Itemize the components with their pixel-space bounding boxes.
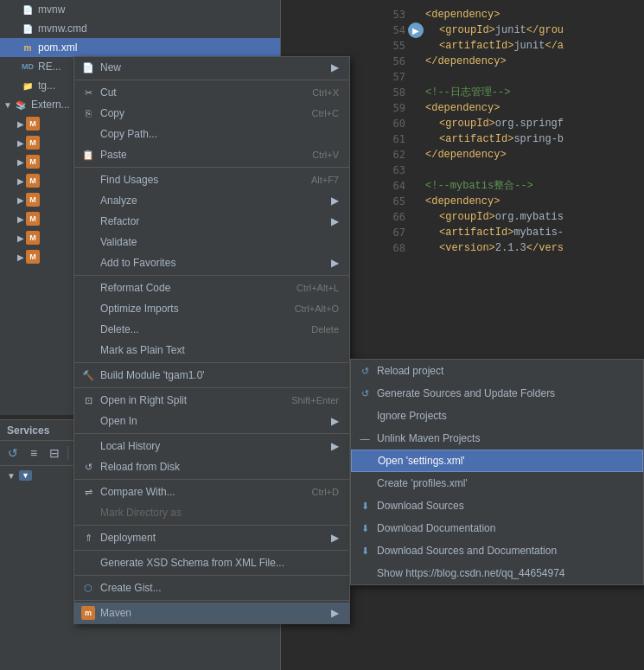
- menu-item-find-usages[interactable]: Find Usages Alt+F7: [74, 169, 349, 190]
- arrow-right-icon: ▶: [331, 195, 339, 207]
- menu-item-new[interactable]: 📄 New ▶: [74, 57, 349, 78]
- xsd-icon: [81, 556, 95, 570]
- menu-separator: [74, 479, 349, 480]
- submenu-download-docs[interactable]: ⬇ Download Documentation: [351, 517, 643, 539]
- file-icon: 📄: [21, 22, 35, 35]
- menu-item-add-favorites[interactable]: Add to Favorites ▶: [74, 252, 349, 273]
- menu-item-compare[interactable]: ⇌ Compare With... Ctrl+D: [74, 482, 349, 502]
- collapse-button[interactable]: ⊟: [45, 443, 64, 463]
- library-icon: 📚: [14, 98, 28, 112]
- delete-icon: [81, 322, 95, 336]
- arrow-right-icon: ▶: [331, 61, 339, 73]
- menu-separator: [74, 575, 349, 576]
- menu-item-copy-path[interactable]: Copy Path...: [74, 124, 349, 144]
- file-tree-item[interactable]: 📄 mvnw.cmd: [0, 19, 280, 38]
- submenu-create-profiles[interactable]: Create 'profiles.xml': [351, 472, 643, 495]
- analyze-icon: [81, 194, 95, 207]
- menu-separator: [74, 80, 349, 80]
- url-icon: [358, 566, 372, 580]
- folder-icon: 📁: [21, 79, 35, 93]
- submenu-show-url[interactable]: Show https://blog.csdn.net/qq_44654974: [351, 562, 643, 584]
- compare-icon: ⇌: [81, 485, 95, 499]
- menu-item-optimize[interactable]: Optimize Imports Ctrl+Alt+O: [74, 298, 349, 319]
- menu-separator: [74, 433, 349, 434]
- menu-item-validate[interactable]: Validate: [74, 232, 349, 252]
- list-button[interactable]: ≡: [24, 443, 43, 463]
- menu-item-mark-plain[interactable]: Mark as Plain Text: [74, 340, 349, 361]
- menu-item-mark-dir[interactable]: Mark Directory as: [74, 502, 349, 523]
- menu-item-create-gist[interactable]: ⬡ Create Gist...: [74, 577, 349, 598]
- file-tree-item-pom[interactable]: m pom.xml: [0, 38, 280, 57]
- submenu-reload-project[interactable]: ↺ Reload project: [351, 360, 643, 382]
- reformat-icon: [81, 281, 95, 295]
- copy-path-icon: [81, 127, 95, 141]
- optimize-icon: [81, 302, 95, 316]
- submenu-open-settings[interactable]: Open 'settings.xml': [351, 450, 643, 472]
- download-icon: ⬇: [358, 499, 372, 513]
- submenu-download-sources[interactable]: ⬇ Download Sources: [351, 495, 643, 517]
- module-icon: M: [26, 136, 40, 150]
- arrow-right-icon: ▶: [331, 440, 339, 452]
- menu-item-paste[interactable]: 📋 Paste Ctrl+V: [74, 144, 349, 165]
- context-menu: 📄 New ▶ ✂ Cut Ctrl+X ⎘ Copy Ctrl+C Copy …: [73, 56, 350, 624]
- menu-item-reformat[interactable]: Reformat Code Ctrl+Alt+L: [74, 278, 349, 298]
- menu-item-open-in[interactable]: Open In ▶: [74, 411, 349, 431]
- menu-separator: [74, 600, 349, 601]
- submenu-unlink[interactable]: — Unlink Maven Projects: [351, 427, 643, 450]
- arrow-right-icon: ▶: [331, 257, 339, 269]
- mark-icon: [81, 343, 95, 357]
- arrow-right-icon: ▶: [331, 607, 339, 619]
- code-content: <dependency> <groupId>junit</grou <artif…: [425, 7, 641, 256]
- arrow-right-icon: ▶: [331, 215, 339, 227]
- menu-item-analyze[interactable]: Analyze ▶: [74, 190, 349, 211]
- menu-item-refactor[interactable]: Refactor ▶: [74, 211, 349, 232]
- reload-icon: ↺: [358, 364, 372, 378]
- menu-item-local-history[interactable]: Local History ▶: [74, 436, 349, 456]
- history-icon: [81, 439, 95, 453]
- file-tree-item[interactable]: 📄 mvnw: [0, 0, 280, 19]
- split-icon: ⊡: [81, 393, 95, 407]
- arrow-right-icon: ▶: [331, 532, 339, 544]
- reload-icon: ↺: [81, 460, 95, 474]
- module-icon: M: [26, 250, 40, 264]
- paste-icon: 📋: [81, 148, 95, 162]
- deploy-icon: ⇑: [81, 531, 95, 545]
- menu-item-gen-xsd[interactable]: Generate XSD Schema from XML File...: [74, 552, 349, 573]
- arrow-right-icon: ▶: [331, 415, 339, 427]
- menu-item-deployment[interactable]: ⇑ Deployment ▶: [74, 527, 349, 548]
- gist-icon: ⬡: [81, 581, 95, 595]
- module-icon: M: [26, 155, 40, 169]
- favorites-icon: [81, 256, 95, 270]
- download-both-icon: ⬇: [358, 544, 372, 558]
- settings-icon: [359, 454, 373, 468]
- menu-item-open-right[interactable]: ⊡ Open in Right Split Shift+Enter: [74, 390, 349, 411]
- menu-separator: [74, 362, 349, 363]
- ignore-icon: [358, 409, 372, 423]
- submenu-ignore-projects[interactable]: Ignore Projects: [351, 405, 643, 427]
- menu-separator: [74, 387, 349, 388]
- line-numbers: 53 54 55 56 57 58 59 60 61 62 63 64 65 6…: [375, 7, 405, 256]
- menu-separator: [74, 550, 349, 551]
- menu-item-cut[interactable]: ✂ Cut Ctrl+X: [74, 82, 349, 103]
- menu-item-copy[interactable]: ⎘ Copy Ctrl+C: [74, 103, 349, 124]
- refresh-button[interactable]: ↺: [3, 443, 22, 463]
- submenu-download-both[interactable]: ⬇ Download Sources and Documentation: [351, 539, 643, 562]
- md-icon: MD: [21, 60, 35, 73]
- menu-separator: [74, 167, 349, 168]
- menu-item-delete[interactable]: Delete... Delete: [74, 319, 349, 340]
- menu-item-maven[interactable]: m Maven ▶: [74, 603, 349, 623]
- menu-separator: [74, 525, 349, 526]
- menu-item-reload[interactable]: ↺ Reload from Disk: [74, 456, 349, 477]
- create-icon: [358, 476, 372, 490]
- module-icon: M: [26, 231, 40, 245]
- submenu-gen-sources[interactable]: ↺ Generate Sources and Update Folders: [351, 382, 643, 405]
- module-icon: M: [26, 117, 40, 131]
- download-doc-icon: ⬇: [358, 521, 372, 535]
- execution-indicator: ▶: [408, 22, 424, 38]
- menu-item-build[interactable]: 🔨 Build Module 'tgam1.0': [74, 365, 349, 386]
- validate-icon: [81, 235, 95, 249]
- unlink-icon: —: [358, 431, 372, 445]
- maven-icon: m: [81, 606, 95, 620]
- module-icon: M: [26, 212, 40, 226]
- build-icon: 🔨: [81, 368, 95, 382]
